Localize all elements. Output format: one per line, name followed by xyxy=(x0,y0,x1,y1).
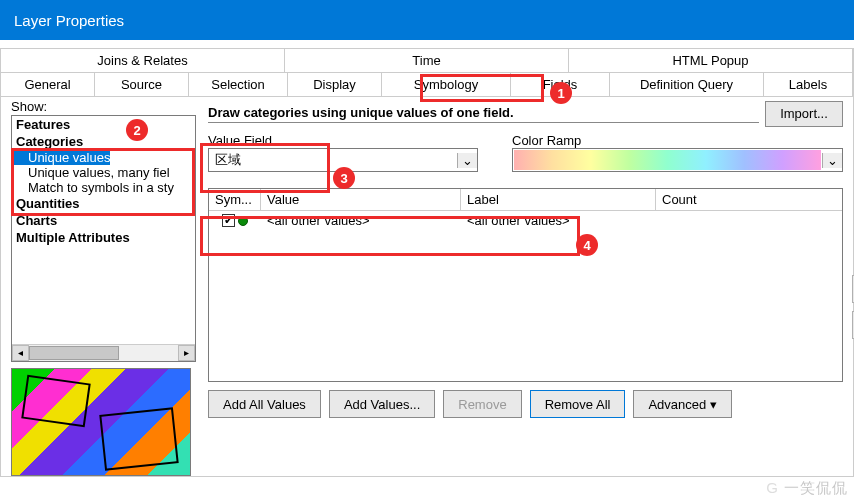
color-ramp-swatch xyxy=(514,150,821,170)
tree-features[interactable]: Features xyxy=(12,116,195,133)
symbol-swatch-icon[interactable] xyxy=(238,216,248,226)
scroll-left-icon[interactable]: ◂ xyxy=(12,345,29,361)
remove-button[interactable]: Remove xyxy=(443,390,521,418)
row-checkbox[interactable]: ✔ xyxy=(222,214,235,227)
description-text: Draw categories using unique values of o… xyxy=(208,105,759,123)
tree-multiple-attributes[interactable]: Multiple Attributes xyxy=(12,229,195,246)
color-ramp-combo[interactable]: ⌄ xyxy=(512,148,843,172)
tree-hscrollbar[interactable]: ◂ ▸ xyxy=(12,344,195,361)
remove-all-button[interactable]: Remove All xyxy=(530,390,626,418)
show-label: Show: xyxy=(11,99,196,114)
table-row[interactable]: ✔ <all other values> <all other values> xyxy=(209,211,842,230)
window-titlebar: Layer Properties xyxy=(0,0,854,40)
col-count[interactable]: Count xyxy=(656,189,842,210)
chevron-down-icon[interactable]: ⌄ xyxy=(822,153,842,168)
col-symbol[interactable]: Sym... xyxy=(209,189,261,210)
import-button[interactable]: Import... xyxy=(765,101,843,127)
scroll-thumb[interactable] xyxy=(29,346,119,360)
value-field-combo[interactable]: 区域 ⌄ xyxy=(208,148,478,172)
value-field-label: Value Field xyxy=(208,133,478,148)
window-title: Layer Properties xyxy=(14,12,124,29)
scroll-right-icon[interactable]: ▸ xyxy=(178,345,195,361)
tab-html-popup[interactable]: HTML Popup xyxy=(568,48,853,73)
col-value[interactable]: Value xyxy=(261,189,461,210)
tab-selection[interactable]: Selection xyxy=(188,72,288,97)
chevron-down-icon[interactable]: ⌄ xyxy=(457,153,477,168)
row-value: <all other values> xyxy=(261,213,461,228)
tree-unique-values[interactable]: Unique values xyxy=(12,150,110,165)
watermark: G 一笑侃侃 xyxy=(766,479,848,498)
tree-unique-values-many[interactable]: Unique values, many fiel xyxy=(12,165,195,180)
symbology-preview xyxy=(11,368,191,476)
advanced-button[interactable]: Advanced ▾ xyxy=(633,390,731,418)
color-ramp-label: Color Ramp xyxy=(512,133,843,148)
tree-match-symbols[interactable]: Match to symbols in a sty xyxy=(12,180,195,195)
row-label: <all other values> xyxy=(461,213,656,228)
tab-definition-query[interactable]: Definition Query xyxy=(609,72,764,97)
tabs-container: Joins & Relates Time HTML Popup General … xyxy=(0,48,854,477)
value-field-value: 区域 xyxy=(209,151,457,169)
tree-quantities[interactable]: Quantities xyxy=(12,195,195,212)
tab-source[interactable]: Source xyxy=(94,72,189,97)
values-table[interactable]: Sym... Value Label Count ✔ <all other va… xyxy=(208,188,843,382)
tree-charts[interactable]: Charts xyxy=(12,212,195,229)
tab-general[interactable]: General xyxy=(0,72,95,97)
tab-symbology[interactable]: Symbology xyxy=(381,72,511,97)
add-all-values-button[interactable]: Add All Values xyxy=(208,390,321,418)
show-tree[interactable]: Features Categories Unique values Unique… xyxy=(11,115,196,362)
tab-fields[interactable]: Fields xyxy=(510,72,610,97)
add-values-button[interactable]: Add Values... xyxy=(329,390,435,418)
tab-labels[interactable]: Labels xyxy=(763,72,853,97)
col-label[interactable]: Label xyxy=(461,189,656,210)
tab-joins-relates[interactable]: Joins & Relates xyxy=(0,48,285,73)
tab-time[interactable]: Time xyxy=(284,48,569,73)
tab-display[interactable]: Display xyxy=(287,72,382,97)
tree-categories[interactable]: Categories xyxy=(12,133,195,150)
